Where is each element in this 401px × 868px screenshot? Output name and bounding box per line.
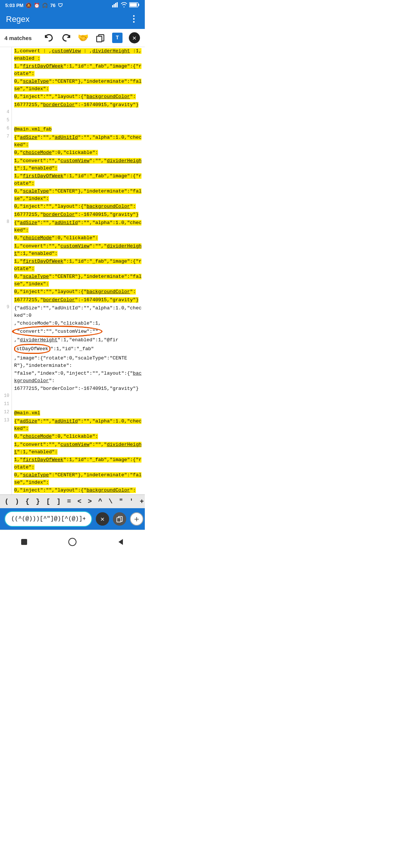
line-number: 11	[0, 401, 12, 409]
input-clear-button[interactable]: ✕	[96, 512, 109, 526]
input-add-button[interactable]: ＋	[130, 512, 143, 526]
line-number	[0, 203, 12, 211]
line-content: 0,"inject":"","layout":{"backgroundColor…	[12, 288, 145, 296]
line-content: 1,"convert":"","customView":"","dividerH…	[12, 157, 145, 172]
sym-open-paren[interactable]: (	[1, 498, 12, 505]
line-8-e: 0,"scaleType":"CENTER"},"indeterminate":…	[0, 273, 145, 288]
toolbar-icons: 🤝 T ✕	[43, 32, 140, 44]
sym-backslash[interactable]: \	[105, 498, 116, 505]
line-number	[0, 257, 12, 273]
line-content: 0,"scaleType":"CENTER"},"indeterminate":…	[12, 273, 145, 288]
line-number	[0, 336, 12, 354]
line-content: 1,"firstDayOfWeek":1,"id":"_fab","image"…	[12, 172, 145, 187]
copy-button[interactable]	[94, 32, 106, 44]
app-bar: Regex ⋮	[0, 10, 145, 29]
line-number	[0, 433, 12, 441]
line-content	[12, 393, 145, 400]
line-content: 16777215,"borderColor":-16740915,"gravit…	[12, 296, 145, 304]
sym-close-brace[interactable]: }	[33, 498, 43, 505]
undo-button[interactable]	[43, 32, 55, 44]
paste-t-button[interactable]: T	[111, 32, 123, 44]
line-content: 1,"firstDayOfWeek":1,"id":"_fab","image"…	[12, 456, 145, 471]
line-number: 8	[0, 219, 12, 234]
menu-button[interactable]: ⋮	[129, 14, 139, 24]
nav-stop-button[interactable]	[16, 534, 32, 550]
line-7-g: 16777215,"borderColor":-16740915,"gravit…	[0, 211, 145, 219]
svg-rect-1	[114, 4, 115, 7]
svg-rect-0	[112, 5, 113, 7]
input-copy-button[interactable]	[113, 512, 126, 526]
line-number	[0, 157, 12, 172]
line-content: @main.xml	[12, 409, 145, 417]
status-left: 5:03 PM 🔕 ⏰ 🎧 76 🛡	[5, 3, 63, 8]
line-content: 0,"inject":"","layout":{"backgroundColor…	[12, 93, 145, 101]
line-content: {"adSize":"","adUnitId":"","alpha":1.0,"…	[12, 134, 145, 149]
line-13-d: 1,"firstDayOfWeek":1,"id":"_fab","image"…	[0, 456, 145, 471]
line-9-f: 16777215,"borderColor":-16740915,"gravit…	[0, 385, 145, 393]
line-content: 0,"choiceMode":0,"clickable":	[12, 234, 145, 242]
symbol-bar: ( ) { } [ ] = < > ^ \ " ' + - _ ~	[0, 494, 145, 508]
svg-point-12	[69, 538, 76, 546]
sym-greater-than[interactable]: >	[85, 498, 95, 505]
regex-input[interactable]	[4, 511, 92, 527]
line-number: 5	[0, 117, 12, 125]
line-number	[0, 486, 12, 494]
line-9-a: 9 {"adSize":"","adUnitId":"","alpha":1.0…	[0, 304, 145, 319]
line-number: 4	[0, 109, 12, 117]
line-7-c: 1,"convert":"","customView":"","dividerH…	[0, 157, 145, 172]
line-content	[12, 401, 145, 408]
clap-button[interactable]: 🤝	[77, 32, 89, 44]
line-content: 0,"inject":"","layout":{"backgroundColor…	[12, 203, 145, 211]
line-8-d: 1,"firstDayOfWeek":1,"id":"_fab","image"…	[0, 257, 145, 273]
sym-close-bracket[interactable]: ]	[53, 498, 64, 505]
line-content: ,"image":{"rotate":0,"scaleType":"CENTER…	[12, 354, 145, 369]
redo-button[interactable]	[60, 32, 72, 44]
line-number	[0, 385, 12, 393]
sym-less-than[interactable]: <	[74, 498, 85, 505]
sym-equals[interactable]: =	[64, 498, 74, 505]
sym-caret[interactable]: ^	[95, 498, 105, 505]
sym-open-bracket[interactable]: [	[43, 498, 53, 505]
line-number: 7	[0, 134, 12, 149]
line-block-pre2: 1,"firstDayOfWeek":1,"id":"_fab","image"…	[0, 62, 145, 78]
line-content: 0,"choiceMode":0,"clickable":	[12, 149, 145, 157]
paste-t-icon: T	[112, 33, 123, 43]
status-shield-icon: 🛡	[58, 3, 63, 8]
sym-open-brace[interactable]: {	[22, 498, 33, 505]
sym-quote[interactable]: "	[116, 498, 126, 505]
line-content: 1,"convert":"","customView":"","dividerH…	[12, 441, 145, 456]
svg-rect-11	[21, 539, 27, 545]
line-9-c: ,"dividerHeight":1,"enabled":1,"@firstDa…	[0, 336, 145, 354]
line-block-pre1: 1,convert : ,customView : ,dividerHeight…	[0, 47, 145, 62]
line-content: @main.xml_fab	[12, 125, 145, 134]
line-content: ,"dividerHeight":1,"enabled":1,"@firstDa…	[12, 336, 145, 354]
line-12: 12 @main.xml	[0, 409, 145, 417]
sym-plus[interactable]: +	[137, 498, 145, 505]
line-4: 4	[0, 109, 145, 117]
sym-single-quote[interactable]: '	[126, 498, 137, 505]
line-number	[0, 234, 12, 242]
input-bar: ✕ ＋	[0, 508, 145, 530]
line-8-b: 0,"choiceMode":0,"clickable":	[0, 234, 145, 242]
line-7-f: 0,"inject":"","layout":{"backgroundColor…	[0, 203, 145, 211]
line-9-d: ,"image":{"rotate":0,"scaleType":"CENTER…	[0, 354, 145, 369]
sym-close-paren[interactable]: )	[12, 498, 22, 505]
line-content: 16777215,"borderColor":-16740915,"gravit…	[12, 385, 145, 393]
nav-home-button[interactable]	[64, 534, 81, 550]
line-number	[0, 354, 12, 369]
nav-back-button[interactable]	[113, 534, 129, 550]
line-number	[0, 211, 12, 219]
line-content: {"adSize":"","adUnitId":"","alpha":1.0,"…	[12, 219, 145, 234]
circle-annotation: "convert":"","customView":""	[14, 327, 101, 336]
line-content: 0,"scaleType":"CENTER"},"indeterminate":…	[12, 78, 145, 93]
line-number	[0, 101, 12, 109]
close-button[interactable]: ✕	[128, 32, 140, 44]
content-area: 1,convert : ,customView : ,dividerHeight…	[0, 47, 145, 494]
line-content: ,"choiceMode":0,"clickable":1, "convert"…	[12, 319, 145, 336]
line-13-a: 13 {"adSize":"","adUnitId":"","alpha":1.…	[0, 417, 145, 433]
line-number: 6	[0, 125, 12, 134]
line-8-g: 16777215,"borderColor":-16740915,"gravit…	[0, 296, 145, 304]
line-content: 16777215,"borderColor":-16740915,"gravit…	[12, 211, 145, 219]
svg-rect-3	[117, 2, 118, 7]
status-mute-icon: 🔕	[26, 3, 32, 8]
